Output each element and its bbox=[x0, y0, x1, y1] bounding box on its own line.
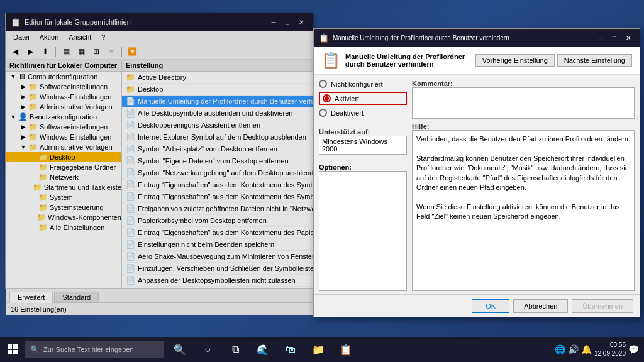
options-section: Optionen: bbox=[319, 163, 407, 291]
radio-enabled[interactable]: Aktiviert bbox=[319, 92, 407, 105]
taskbar-clock[interactable]: 00:56 12.09.2020 bbox=[594, 341, 626, 358]
radio-group-config: Nicht konfiguriert Aktiviert Deaktiviert bbox=[319, 80, 407, 117]
taskbar-search-placeholder: Zur Suche Text hier eingeben bbox=[43, 346, 134, 353]
modal-titlebar: 📋 Manuelle Umleitung der Profilordner du… bbox=[314, 29, 640, 47]
taskbar-notification-icon[interactable]: 💬 bbox=[628, 344, 639, 354]
supports-label: Unterstützt auf: bbox=[319, 128, 407, 136]
taskbar-date-display: 12.09.2020 bbox=[594, 349, 626, 358]
taskbar-network-icon: 🌐 bbox=[555, 344, 565, 354]
radio-not-configured[interactable]: Nicht konfiguriert bbox=[319, 80, 407, 88]
taskbar-explorer-icon[interactable]: 📁 bbox=[307, 338, 330, 361]
windows-logo-icon bbox=[8, 344, 18, 354]
modal-apply-button[interactable]: Übernehmen bbox=[572, 299, 633, 313]
modal-header-title: Manuelle Umleitung der Profilordner durc… bbox=[345, 53, 470, 68]
modal-next-button[interactable]: Nächste Einstellung bbox=[557, 54, 632, 67]
taskbar-taskview-icon[interactable]: ⧉ bbox=[224, 338, 247, 361]
help-text: Verhindert, dass die Benutzer den Pfad z… bbox=[412, 130, 635, 291]
modal-prev-button[interactable]: Vorherige Einstellung bbox=[475, 54, 555, 67]
modal-body: Nicht konfiguriert Aktiviert Deaktiviert… bbox=[314, 75, 640, 296]
supports-value: Mindestens Windows 2000 bbox=[319, 136, 407, 155]
modal-window: 📋 Manuelle Umleitung der Profilordner du… bbox=[313, 28, 640, 317]
taskbar-right-area: 🌐 🔊 🔔 00:56 12.09.2020 💬 bbox=[555, 341, 644, 358]
taskbar-sound-icon: 🔊 bbox=[568, 344, 579, 354]
help-section: Hilfe: Verhindert, dass die Benutzer den… bbox=[412, 123, 635, 291]
modal-ok-button[interactable]: OK bbox=[472, 299, 509, 313]
taskbar: 🔍 Zur Suche Text hier eingeben 🔍 ○ ⧉ 🌊 🛍… bbox=[0, 337, 644, 362]
options-label: Optionen: bbox=[319, 163, 407, 171]
modal-header: 📋 Manuelle Umleitung der Profilordner du… bbox=[314, 47, 640, 75]
taskbar-time-display: 00:56 bbox=[594, 341, 626, 349]
start-button[interactable] bbox=[0, 337, 25, 362]
supports-section: Unterstützt auf: Mindestens Windows 2000 bbox=[319, 128, 407, 155]
modal-header-icon: 📋 bbox=[321, 52, 340, 69]
modal-nav-buttons: Vorherige Einstellung Nächste Einstellun… bbox=[475, 54, 632, 67]
taskbar-app-icons: 🔍 ○ ⧉ 🌊 🛍 📁 📋 bbox=[169, 338, 357, 361]
modal-minimize-button[interactable]: ─ bbox=[594, 32, 607, 43]
radio-label-disabled: Deaktiviert bbox=[331, 109, 364, 117]
taskbar-gpe-app-icon[interactable]: 📋 bbox=[335, 338, 357, 361]
options-box bbox=[319, 171, 407, 291]
modal-close-button[interactable]: ✕ bbox=[622, 32, 635, 43]
radio-input-enabled[interactable] bbox=[323, 94, 331, 102]
taskbar-battery-icon: 🔔 bbox=[581, 344, 592, 354]
taskbar-search-icon-btn[interactable]: 🔍 bbox=[169, 338, 191, 361]
comment-section: Kommentar: bbox=[412, 80, 635, 119]
modal-footer: OK Abbrechen Übernehmen bbox=[314, 294, 640, 317]
modal-window-controls: ─ □ ✕ bbox=[594, 32, 635, 43]
help-label: Hilfe: bbox=[412, 123, 635, 130]
search-icon: 🔍 bbox=[30, 345, 40, 354]
radio-input-not-configured[interactable] bbox=[319, 80, 327, 88]
taskbar-edge-icon[interactable]: 🌊 bbox=[252, 338, 274, 361]
comment-textarea[interactable] bbox=[412, 87, 635, 119]
comment-label: Kommentar: bbox=[412, 80, 635, 87]
radio-disabled[interactable]: Deaktiviert bbox=[319, 109, 407, 117]
modal-title: Manuelle Umleitung der Profilordner durc… bbox=[333, 35, 591, 41]
radio-label-not-configured: Nicht konfiguriert bbox=[331, 80, 383, 88]
radio-label-enabled: Aktiviert bbox=[335, 95, 359, 102]
modal-cancel-button[interactable]: Abbrechen bbox=[513, 299, 568, 313]
taskbar-cortana-icon[interactable]: ○ bbox=[196, 338, 219, 361]
taskbar-search-box[interactable]: 🔍 Zur Suche Text hier eingeben bbox=[25, 341, 164, 358]
modal-right-panel: Kommentar: Hilfe: Verhindert, dass die B… bbox=[412, 80, 635, 291]
taskbar-store-icon[interactable]: 🛍 bbox=[279, 338, 302, 361]
modal-maximize-button[interactable]: □ bbox=[608, 32, 621, 43]
modal-title-icon: 📋 bbox=[319, 33, 329, 43]
modal-left-panel: Nicht konfiguriert Aktiviert Deaktiviert… bbox=[319, 80, 407, 291]
radio-input-disabled[interactable] bbox=[319, 109, 327, 117]
